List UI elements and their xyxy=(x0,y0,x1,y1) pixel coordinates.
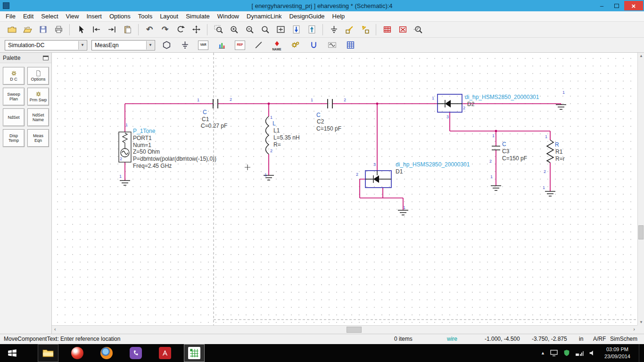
redo-icon[interactable]: ↷ xyxy=(158,23,172,36)
close-button[interactable]: × xyxy=(624,1,643,10)
dac-icon[interactable] xyxy=(215,39,229,52)
viber-button[interactable] xyxy=(125,344,146,362)
diode-d2-symbol[interactable] xyxy=(438,94,462,112)
paste-icon[interactable] xyxy=(120,23,134,36)
palette-item-sweep-plan[interactable]: SweepPlan xyxy=(3,88,25,106)
vertical-scroll-thumb[interactable] xyxy=(638,225,644,239)
palette-item-options[interactable]: Options xyxy=(27,67,49,85)
component-hexagon-icon[interactable] xyxy=(159,39,173,52)
scroll-down-icon[interactable]: ▼ xyxy=(638,320,644,324)
scroll-left-icon[interactable]: ‹ xyxy=(54,326,56,332)
l1-type-label[interactable]: L xyxy=(272,120,276,127)
chevron-down-icon[interactable]: ▼ xyxy=(78,41,86,49)
c3-name-label[interactable]: C3 xyxy=(502,148,509,155)
resistor-r1-symbol[interactable] xyxy=(547,140,553,163)
pop-out-of-hierarchy-icon[interactable] xyxy=(358,23,372,36)
volume-tray-icon[interactable] xyxy=(588,349,596,357)
save-design-icon[interactable] xyxy=(36,23,50,36)
l1-value-label[interactable]: L=5.35 nH xyxy=(273,134,300,141)
push-into-hierarchy-icon[interactable] xyxy=(342,23,356,36)
vcomp-wave-icon[interactable] xyxy=(325,39,339,52)
insert-pin-left-icon[interactable] xyxy=(89,23,103,36)
zoom-out-icon[interactable] xyxy=(242,23,256,36)
zoom-in-icon[interactable] xyxy=(227,23,241,36)
d1-name-label[interactable]: D1 xyxy=(396,168,403,175)
d1-model-label[interactable]: di_hp_HSMS2850_20000301 xyxy=(396,161,470,168)
palette-item-meas-eqn[interactable]: MeasEqn xyxy=(27,129,49,147)
zoom-page-icon[interactable] xyxy=(258,23,272,36)
network-tray-icon[interactable] xyxy=(575,349,584,357)
c2-value-label[interactable]: C=150 pF xyxy=(316,125,341,132)
port-name-label[interactable]: PORT1 xyxy=(133,135,152,141)
maximize-button[interactable] xyxy=(610,1,623,10)
menu-insert[interactable]: Insert xyxy=(83,12,106,21)
hidden-icons-button[interactable]: ▲ xyxy=(541,351,545,355)
ads-app-button[interactable] xyxy=(184,344,205,362)
c3-type-label[interactable]: C xyxy=(502,141,506,148)
c1-name-label[interactable]: C1 xyxy=(202,116,209,123)
chevron-down-icon[interactable]: ▼ xyxy=(146,41,154,49)
palette-item-prmswp[interactable]: Prm Swp xyxy=(27,88,49,106)
menu-layout[interactable]: Layout xyxy=(156,12,182,21)
minimize-button[interactable]: – xyxy=(595,1,609,10)
var-icon[interactable]: VAR xyxy=(196,39,210,52)
port-num-label[interactable]: Num=1 xyxy=(133,142,151,148)
menu-edit[interactable]: Edit xyxy=(19,12,37,21)
l1-name-label[interactable]: L1 xyxy=(273,127,280,134)
inductor-l1-symbol[interactable] xyxy=(266,116,269,154)
menu-select[interactable]: Select xyxy=(37,12,62,21)
menu-designguide[interactable]: DesignGuide xyxy=(285,12,328,21)
diode-d1-symbol[interactable] xyxy=(365,171,391,188)
rotate-icon[interactable] xyxy=(173,23,188,36)
r1-name-label[interactable]: R1 xyxy=(555,148,562,155)
view-all-icon[interactable] xyxy=(273,23,288,36)
deactivate-hatch-icon[interactable] xyxy=(380,23,394,36)
port-matrix-icon[interactable] xyxy=(343,39,357,52)
c3-value-label[interactable]: C=150 pF xyxy=(502,155,527,162)
menu-options[interactable]: Options xyxy=(106,12,134,21)
r1-value-label[interactable]: R=r xyxy=(555,156,565,162)
security-shield-tray-icon[interactable] xyxy=(563,349,570,357)
display-tray-icon[interactable] xyxy=(550,349,558,357)
horizontal-scrollbar[interactable]: ‹ › xyxy=(52,325,637,334)
gears-icon[interactable] xyxy=(288,39,302,52)
schematic-canvas[interactable]: P_1Tone PORT1 Num=1 Z=50 Ohm P=dbmtow(po… xyxy=(52,53,637,325)
select-pointer-icon[interactable] xyxy=(74,23,88,36)
r1-type-label[interactable]: R xyxy=(555,141,559,148)
palette-item-dc[interactable]: D C xyxy=(3,67,25,85)
scroll-right-icon[interactable]: › xyxy=(633,326,635,332)
new-design-icon[interactable] xyxy=(5,23,19,36)
d2-name-label[interactable]: D2 xyxy=(467,101,474,107)
menu-help[interactable]: Help xyxy=(329,12,349,21)
deactivate-x-icon[interactable] xyxy=(396,23,410,36)
c2-type-label[interactable]: C xyxy=(316,112,321,118)
netlist-up-icon[interactable] xyxy=(305,23,319,36)
name-icon[interactable]: NAME xyxy=(270,39,284,52)
insert-ground-icon[interactable] xyxy=(327,23,341,36)
palette-item-disp-temp[interactable]: DispTemp xyxy=(3,129,25,147)
port-title-label[interactable]: P_1Tone xyxy=(133,128,155,134)
measeqn-select[interactable]: MeasEqn ▼ xyxy=(91,40,155,50)
port-freq-label[interactable]: Freq=2.45 GHz xyxy=(133,163,172,169)
menu-file[interactable]: File xyxy=(2,12,19,21)
move-icon[interactable] xyxy=(189,23,203,36)
l1-r-label[interactable]: R= xyxy=(273,141,281,148)
taskbar-clock[interactable]: 03:09 PM 23/09/2014 xyxy=(601,346,634,360)
print-icon[interactable] xyxy=(51,23,66,36)
palette-dock-icon[interactable] xyxy=(43,56,49,60)
vertical-scrollbar[interactable]: ▲ ▼ xyxy=(637,53,644,325)
palette-item-ndset-name[interactable]: NdSetName xyxy=(27,108,49,126)
start-button[interactable] xyxy=(0,344,25,362)
menu-simulate[interactable]: Simulate xyxy=(182,12,214,21)
c1-value-label[interactable]: C=0.27 pF xyxy=(201,123,227,129)
menu-dynamiclink[interactable]: DynamicLink xyxy=(243,12,285,21)
simulation-select[interactable]: Simulation-DC ▼ xyxy=(5,40,87,50)
port-z-label[interactable]: Z=50 Ohm xyxy=(133,148,160,155)
red-ball-app-button[interactable] xyxy=(67,344,88,362)
show-desktop-strip[interactable] xyxy=(639,344,642,362)
capacitor-c2-symbol[interactable] xyxy=(328,99,332,108)
menu-window[interactable]: Window xyxy=(214,12,243,21)
ref-icon[interactable]: REF xyxy=(233,39,247,52)
undo-icon[interactable]: ↶ xyxy=(142,23,157,36)
open-design-icon[interactable] xyxy=(20,23,34,36)
